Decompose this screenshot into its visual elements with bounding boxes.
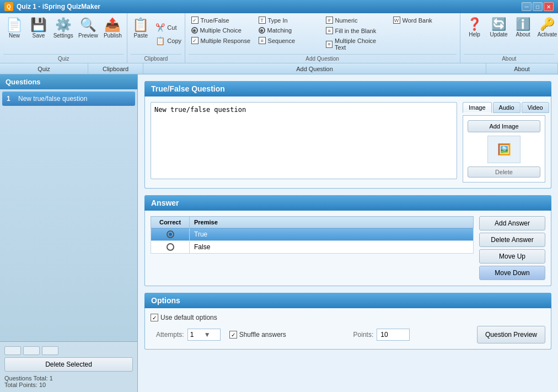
activate-icon: 🔑 (540, 18, 555, 30)
question-textarea[interactable]: New true/false question (151, 102, 457, 179)
ribbon-group-add-question: ✓ True/False Multiple Choice ✓ Multiple … (185, 13, 460, 63)
copy-label: Copy (167, 37, 181, 44)
multiple-response-button[interactable]: ✓ Multiple Response (189, 36, 255, 45)
minimize-button[interactable]: ─ (522, 2, 532, 11)
copy-button[interactable]: 📋 Copy (153, 35, 184, 47)
save-button[interactable]: 💾 Save (28, 15, 50, 41)
options-section-header: Options (144, 293, 551, 308)
radio-false[interactable] (167, 243, 174, 251)
close-button[interactable]: ✕ (544, 2, 554, 11)
preview-button[interactable]: 🔍 Preview (77, 15, 99, 41)
answer-table-wrap: Correct Premise True (151, 216, 474, 280)
mc-text-button[interactable]: ≡ Multiple Choice Text (323, 36, 389, 52)
use-default-checkbox-wrap[interactable]: ✓ Use default options (151, 314, 217, 321)
preview-icon: 🔍 (80, 18, 96, 31)
answer-row-true[interactable]: True (151, 228, 474, 241)
multiple-response-label: Multiple Response (201, 37, 251, 44)
use-default-checkbox[interactable]: ✓ (151, 314, 158, 321)
about-button[interactable]: ℹ️ About (512, 15, 534, 40)
premise-column-header: Premise (190, 217, 474, 228)
save-icon: 💾 (30, 18, 47, 31)
activate-button[interactable]: 🔑 Activate (536, 15, 558, 40)
answer-row-false[interactable]: False (151, 241, 474, 254)
add-question-group-label: Add Question (189, 54, 457, 62)
image-placeholder: 🖼️ (487, 136, 521, 163)
settings-button[interactable]: ⚙️ Settings (52, 15, 74, 41)
fill-blank-button[interactable]: ≡ Fill in the Blank (323, 26, 389, 35)
questions-footer: Delete Selected Questions Total: 1 Total… (0, 341, 137, 392)
attempts-dropdown-arrow: ▼ (204, 331, 218, 339)
help-label: Help (469, 31, 480, 37)
ribbon-labels-bar: Quiz Clipboard Add Question About (0, 63, 558, 74)
paste-button[interactable]: 📋 Paste (131, 15, 151, 53)
questions-list: 1 New true/false question (0, 89, 137, 341)
move-up-button[interactable]: Move Up (479, 249, 545, 264)
questions-header: Questions (0, 74, 137, 89)
true-false-button[interactable]: ✓ True/False (189, 15, 255, 25)
multiple-choice-label: Multiple Choice (200, 27, 242, 34)
quiz-group-label: Quiz (3, 54, 124, 62)
ribbon: 📄 New 💾 Save ⚙️ Settings 🔍 Preview (0, 13, 558, 63)
attempts-dropdown[interactable]: 1 ▼ (187, 329, 221, 341)
answer-layout: Correct Premise True (151, 216, 545, 280)
question-item[interactable]: 1 New true/false question (2, 92, 135, 106)
mc-text-check: ≡ (326, 41, 332, 48)
update-icon: 🔄 (491, 18, 506, 30)
publish-icon: 📤 (104, 18, 121, 31)
publish-label: Publish (104, 33, 122, 39)
delete-image-button[interactable]: Delete (468, 167, 540, 178)
about-group-label: About (464, 54, 555, 62)
settings-label: Settings (53, 33, 73, 39)
matching-button[interactable]: Matching (256, 26, 322, 35)
footer-icon-3 (42, 346, 58, 355)
attempts-value: 1 (190, 331, 204, 339)
add-image-button[interactable]: Add Image (468, 120, 540, 132)
points-field: Points: (353, 329, 410, 341)
questions-total: Questions Total: 1 (4, 375, 133, 382)
video-tab[interactable]: Video (522, 102, 549, 113)
app-icon: Q (4, 2, 13, 11)
move-down-button[interactable]: Move Down (479, 266, 545, 280)
answer-false-text: False (190, 241, 474, 254)
help-button[interactable]: ❓ Help (464, 15, 486, 40)
word-bank-button[interactable]: W Word Bank (390, 15, 457, 25)
radio-true[interactable] (167, 230, 174, 238)
points-input[interactable] (377, 329, 410, 341)
options-layout: ✓ Use default options Attempts: 1 ▼ ✓ (151, 314, 545, 343)
question-preview-button[interactable]: Question Preview (477, 326, 545, 343)
answer-section-header: Answer (144, 195, 551, 211)
multiple-choice-button[interactable]: Multiple Choice (189, 26, 255, 35)
total-points: Total Points: 10 (4, 382, 133, 388)
numeric-label: Numeric (335, 17, 358, 24)
attempts-field: Attempts: 1 ▼ (156, 329, 221, 341)
matching-label: Matching (267, 27, 292, 34)
shuffle-checkbox-wrap[interactable]: ✓ Shuffle answers (229, 331, 286, 339)
media-tabs: Image Audio Video (463, 102, 545, 113)
sequence-button[interactable]: ≡ Sequence (256, 36, 322, 45)
publish-button[interactable]: 📤 Publish (101, 15, 124, 41)
help-icon: ❓ (467, 18, 482, 30)
title-bar: Q Quiz 1 - iSpring QuizMaker ─ □ ✕ (0, 0, 558, 13)
type-in-button[interactable]: T Type In (256, 15, 322, 25)
window-title: Quiz 1 - iSpring QuizMaker (17, 3, 100, 10)
media-panel: Image Audio Video Add Image 🖼️ Delete (463, 102, 545, 182)
answer-section-body: Correct Premise True (144, 211, 551, 286)
shuffle-checkbox[interactable]: ✓ (229, 331, 237, 339)
questions-panel: Questions 1 New true/false question Dele… (0, 74, 138, 392)
add-answer-button[interactable]: Add Answer (479, 216, 545, 230)
delete-selected-button[interactable]: Delete Selected (4, 357, 133, 372)
shuffle-label: Shuffle answers (239, 331, 286, 339)
matching-radio (259, 27, 265, 34)
update-button[interactable]: 🔄 Update (488, 15, 510, 40)
audio-tab[interactable]: Audio (493, 102, 521, 113)
delete-answer-button[interactable]: Delete Answer (479, 233, 545, 247)
cut-button[interactable]: ✂️ Cut (153, 22, 184, 34)
numeric-button[interactable]: # Numeric (323, 15, 389, 25)
type-in-check: T (259, 17, 266, 24)
question-section-header: True/False Question (144, 81, 551, 96)
footer-icon-1 (4, 346, 21, 355)
true-false-label: True/False (201, 17, 229, 24)
maximize-button[interactable]: □ (533, 2, 543, 11)
image-tab[interactable]: Image (463, 102, 492, 113)
new-button[interactable]: 📄 New (3, 15, 25, 41)
